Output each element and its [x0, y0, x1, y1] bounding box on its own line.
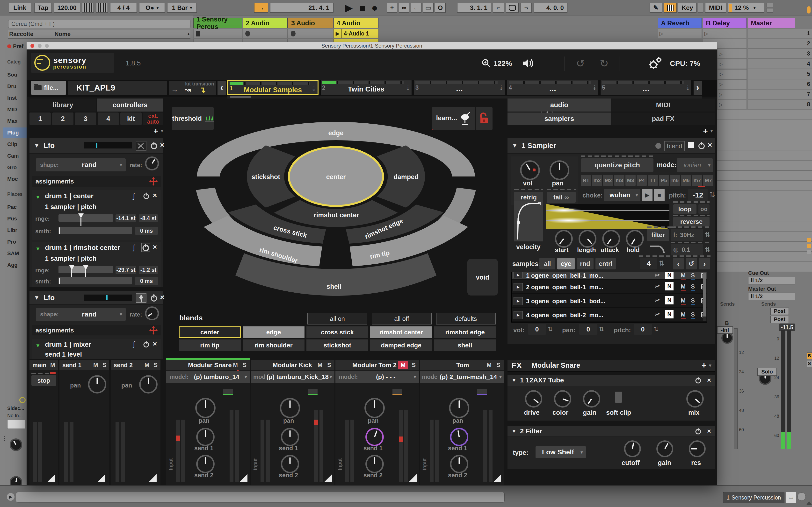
- solo-button[interactable]: S: [496, 362, 500, 369]
- soft-clip-toggle[interactable]: [615, 392, 622, 403]
- quantize-selector[interactable]: 1 Bar▾: [167, 3, 197, 12]
- return-header-b[interactable]: B Delay: [703, 18, 747, 28]
- add-fx-button[interactable]: +: [702, 361, 706, 370]
- send1-knob[interactable]: [450, 428, 468, 446]
- pad-select-kit[interactable]: kit: [120, 113, 142, 125]
- sidebar-item-projects[interactable]: Pro: [3, 237, 27, 247]
- send-a-post-toggle[interactable]: Post: [770, 307, 789, 315]
- crossfade-assign-b[interactable]: B: [807, 352, 812, 359]
- lfo2-rate-knob[interactable]: [145, 306, 159, 320]
- reverse-button[interactable]: reverse: [673, 217, 710, 226]
- key-map-button[interactable]: Key: [678, 3, 697, 12]
- stop-button[interactable]: stop: [32, 375, 56, 386]
- sample-play-icon[interactable]: ▶: [514, 297, 523, 305]
- send-b-post-toggle[interactable]: Post: [770, 316, 789, 323]
- scene-3[interactable]: 3: [748, 49, 812, 59]
- power-icon[interactable]: [150, 294, 158, 302]
- solo-toggle[interactable]: S: [691, 272, 695, 280]
- sample-reset-button[interactable]: ↺: [686, 258, 697, 270]
- drag-handle-icon[interactable]: ⋮: [1, 435, 8, 442]
- sample-row[interactable]: ▶ 4 ogene_open_bell-2_mo... ✂ N M S: [512, 308, 707, 322]
- model-value[interactable]: (p) 2_tom-mesh_14: [440, 373, 497, 381]
- length-knob[interactable]: [578, 230, 597, 248]
- filter-gain-knob[interactable]: [656, 440, 673, 457]
- choke-selector[interactable]: wuhan▾: [604, 189, 641, 201]
- samples-all-button[interactable]: all: [540, 258, 555, 270]
- mute-toggle[interactable]: M: [681, 297, 686, 305]
- nudge-down-icon[interactable]: [82, 3, 94, 12]
- groove-selector[interactable]: O●▾: [139, 3, 165, 12]
- add-controller-button[interactable]: +: [153, 126, 158, 136]
- filter-button[interactable]: filter: [647, 229, 669, 241]
- sample-prev-button[interactable]: ‹: [673, 258, 684, 270]
- solo-button[interactable]: S: [412, 362, 416, 369]
- trim-icon[interactable]: ✂: [655, 283, 660, 290]
- volume-fader[interactable]: [239, 474, 248, 483]
- gain-chip[interactable]: [308, 389, 317, 395]
- power-icon-active[interactable]: [141, 243, 150, 252]
- sidebar-item-plugins[interactable]: Plug: [3, 127, 27, 138]
- kit-tabs-scroll-right[interactable]: ›: [694, 80, 702, 95]
- interval-RT[interactable]: RT: [581, 175, 591, 186]
- collections-header[interactable]: Raccolte: [8, 31, 54, 38]
- transition-smooth-icon[interactable]: ↝: [185, 86, 191, 94]
- interval-m3[interactable]: m3: [614, 175, 624, 186]
- empty-slot-grid[interactable]: [717, 110, 812, 272]
- pan-knob[interactable]: [195, 398, 215, 418]
- assignment-expand-icon[interactable]: ▼: [35, 343, 41, 349]
- send2-knob[interactable]: [281, 455, 299, 473]
- clip-4-audio-1[interactable]: ▶4-Audio 1: [334, 29, 378, 38]
- send1-knob[interactable]: [196, 428, 215, 446]
- range-slider[interactable]: [58, 214, 113, 222]
- clip-slot[interactable]: [193, 39, 242, 42]
- velocity-curve-display[interactable]: [514, 201, 543, 241]
- count-stepper[interactable]: ⇅: [659, 259, 664, 267]
- normalize-toggle[interactable]: N: [665, 272, 673, 279]
- mute-button-active[interactable]: M: [398, 361, 408, 370]
- close-icon[interactable]: ×: [160, 293, 164, 302]
- blend-toggle[interactable]: blend: [664, 141, 685, 151]
- return-slot[interactable]: ▷: [658, 29, 702, 38]
- gain-chip[interactable]: [223, 389, 233, 395]
- stop-all-chip[interactable]: [807, 250, 811, 254]
- attack-knob[interactable]: [602, 230, 620, 248]
- kit-tab-1[interactable]: 1 Modular Samples ⇣: [227, 80, 318, 95]
- solo-button[interactable]: S: [154, 362, 158, 369]
- curve-icon[interactable]: ∫: [133, 340, 135, 348]
- power-icon[interactable]: [698, 142, 706, 150]
- drum-pad-visualization[interactable]: edge stickshot center damped rimshot cen…: [167, 113, 505, 314]
- preview-volume-field[interactable]: -Inf: [717, 326, 733, 334]
- solo-toggle[interactable]: S: [691, 311, 695, 319]
- cpu-load-meter[interactable]: 12 %▾: [728, 3, 764, 12]
- interval-M6[interactable]: M6: [681, 175, 691, 186]
- redo-icon[interactable]: ↻: [597, 56, 611, 70]
- move-assignments-icon[interactable]: [149, 326, 158, 335]
- range-low-value[interactable]: -29.7 st: [115, 266, 136, 274]
- return-slot[interactable]: ▷: [717, 100, 747, 109]
- close-icon[interactable]: ×: [153, 243, 157, 251]
- sidebar-item-clips[interactable]: Clip: [3, 139, 27, 150]
- sidebar-item-drums[interactable]: Dru: [3, 81, 27, 92]
- samples-cyc-button[interactable]: cyc: [557, 258, 575, 270]
- model-value[interactable]: (p) tamburo_14: [194, 373, 239, 381]
- window-titlebar[interactable]: Sensory Percussion/1-Sensory Percussion: [27, 42, 717, 50]
- crossfade-b-chip[interactable]: [807, 244, 811, 248]
- pad-select-2[interactable]: 2: [52, 113, 73, 125]
- pan-stepper[interactable]: ⇅: [599, 326, 604, 333]
- interval-M3[interactable]: M3: [625, 175, 636, 186]
- clip-4-audio-2[interactable]: [334, 39, 378, 42]
- status-input[interactable]: [16, 492, 505, 503]
- model-value[interactable]: (p) tamburo_Kick_18: [266, 373, 329, 381]
- kit-tabs-scrollbar[interactable]: [227, 96, 702, 99]
- sampler-header[interactable]: ▼ 1 Sampler blend ×: [507, 138, 715, 153]
- pin-icon[interactable]: [136, 141, 146, 151]
- return-header-a[interactable]: A Reverb: [658, 18, 702, 28]
- mute-toggle[interactable]: M: [681, 272, 686, 280]
- send2-knob[interactable]: [450, 455, 468, 473]
- assignment-expand-icon[interactable]: ▼: [35, 194, 41, 201]
- res-knob[interactable]: [689, 440, 706, 457]
- gain-chip[interactable]: [477, 389, 487, 395]
- sampler-vol-knob[interactable]: [520, 160, 540, 180]
- range-slider[interactable]: [58, 266, 113, 273]
- sample-next-button[interactable]: ›: [699, 258, 710, 270]
